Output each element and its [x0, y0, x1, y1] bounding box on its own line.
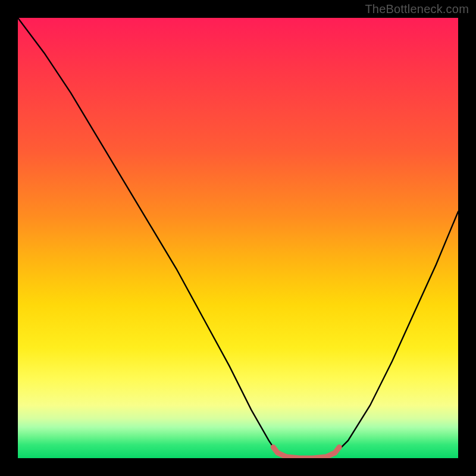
sweet-spot-marker [273, 447, 339, 459]
main-curve-line [18, 18, 458, 458]
attribution-text: TheBottleneck.com [365, 2, 469, 16]
plot-area [18, 18, 458, 458]
bottleneck-curve-chart [18, 18, 458, 458]
chart-frame: TheBottleneck.com [0, 0, 476, 476]
